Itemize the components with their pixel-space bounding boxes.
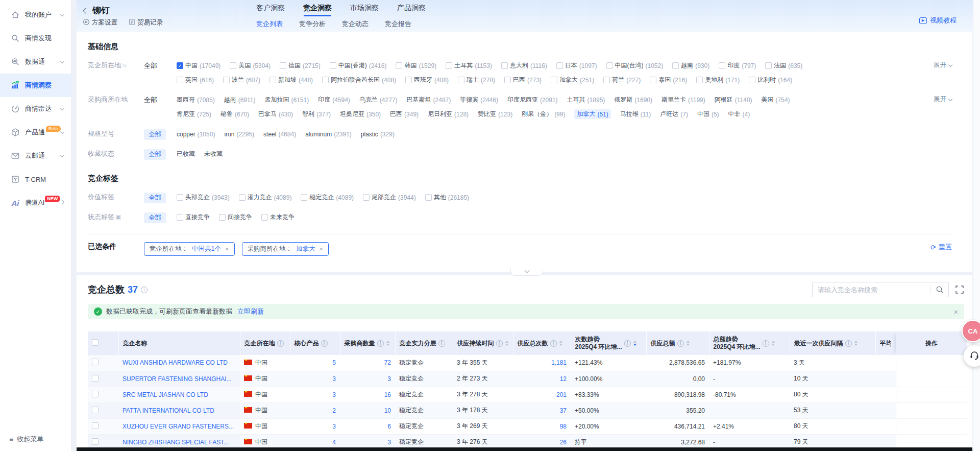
sort-control[interactable] bbox=[633, 341, 636, 346]
toolbar-scheme-button[interactable]: 方案设置 bbox=[83, 18, 117, 27]
filter-option[interactable]: 孟加拉国(6151) bbox=[264, 96, 309, 104]
toolbar-doc-button[interactable]: 贸易记录 bbox=[129, 18, 163, 27]
checkbox-unchecked[interactable] bbox=[239, 194, 246, 201]
filter-option[interactable]: 菲律宾(2446) bbox=[460, 96, 498, 104]
checkbox-unchecked[interactable] bbox=[223, 77, 230, 83]
supply-times-cell[interactable]: 12 bbox=[513, 371, 571, 387]
info-icon[interactable]: i bbox=[377, 340, 384, 347]
filter-option[interactable]: 未来竞争 bbox=[261, 213, 295, 222]
checkbox-unchecked[interactable] bbox=[696, 77, 703, 83]
subtab-竞争分析[interactable]: 竞争分析 bbox=[299, 19, 326, 29]
filter-option[interactable]: 荷兰(227) bbox=[603, 76, 641, 84]
filter-option[interactable]: 印度(4594) bbox=[318, 96, 350, 104]
filter-option[interactable]: plastic(329) bbox=[361, 131, 395, 138]
supply-times-cell[interactable]: 1,181 bbox=[513, 355, 571, 371]
filter-option[interactable]: 比利时(164) bbox=[749, 76, 792, 84]
filter-option[interactable]: 新加坡(448) bbox=[270, 76, 313, 84]
filter-option[interactable]: 马拉维(11) bbox=[620, 110, 651, 118]
row-checkbox[interactable] bbox=[92, 391, 99, 397]
company-link[interactable]: WUXI ANSHIDA HARDWARE CO LTD bbox=[122, 359, 228, 366]
expand-button[interactable]: 展开 bbox=[934, 95, 952, 104]
checkbox-unchecked[interactable] bbox=[405, 77, 412, 83]
horizontal-scrollbar[interactable] bbox=[77, 447, 972, 451]
core-products-cell[interactable]: 3 bbox=[290, 371, 340, 387]
sidebar-item-data[interactable]: 数据通 bbox=[0, 50, 71, 74]
search-input[interactable] bbox=[813, 282, 925, 297]
filter-option[interactable]: 印度尼西亚(2091) bbox=[507, 96, 558, 104]
sidebar-item-search[interactable]: 商情发现 bbox=[0, 27, 71, 50]
sidebar-item-chart[interactable]: 商情洞察 bbox=[0, 74, 71, 97]
filter-option[interactable]: 其他(26185) bbox=[425, 193, 469, 202]
filter-option[interactable]: 赞比亚(123) bbox=[478, 110, 512, 118]
filter-option[interactable]: 坦桑尼亚(350) bbox=[340, 110, 381, 118]
sidebar-item-box[interactable]: 产品通Beta bbox=[0, 121, 71, 144]
checkbox-unchecked[interactable] bbox=[330, 62, 336, 69]
expand-button[interactable]: 展开 bbox=[934, 61, 952, 69]
reset-button[interactable]: ⟳ 重置 bbox=[930, 243, 952, 252]
checkbox-unchecked[interactable] bbox=[603, 77, 610, 83]
info-icon[interactable]: i bbox=[763, 340, 769, 347]
filter-option[interactable]: 巴西(273) bbox=[504, 76, 542, 84]
checkbox-unchecked[interactable] bbox=[230, 62, 236, 69]
filter-option[interactable]: 未收藏 bbox=[204, 150, 223, 158]
filter-option[interactable]: 阿拉伯联合酋长国(408) bbox=[322, 76, 396, 84]
checkbox-unchecked[interactable] bbox=[672, 62, 679, 69]
notice-close-icon[interactable]: × bbox=[953, 308, 958, 316]
checkbox-unchecked[interactable] bbox=[765, 62, 772, 69]
info-icon[interactable]: i bbox=[438, 340, 445, 347]
subtab-竞企动态[interactable]: 竞企动态 bbox=[342, 19, 369, 29]
filter-option[interactable]: 土耳其(1153) bbox=[446, 61, 492, 70]
sort-control[interactable] bbox=[687, 341, 690, 346]
buyer-count-cell[interactable]: 16 bbox=[340, 387, 395, 402]
filter-option[interactable]: 越南(930) bbox=[672, 61, 709, 70]
sidebar-item-home[interactable]: 我的账户 bbox=[0, 3, 71, 27]
expand-view-icon[interactable] bbox=[955, 285, 964, 294]
checkbox-unchecked[interactable] bbox=[363, 194, 370, 201]
checkbox-unchecked[interactable] bbox=[749, 77, 755, 83]
checkbox-unchecked[interactable] bbox=[606, 62, 613, 69]
sidebar-item-ai[interactable]: Ai腾道AINEW bbox=[0, 191, 71, 215]
filter-option[interactable]: 斯里兰卡(1199) bbox=[662, 96, 705, 104]
filter-option[interactable]: 巴基斯坦(2487) bbox=[407, 96, 451, 104]
sidebar-item-mail[interactable]: 云邮通 bbox=[0, 144, 71, 168]
filter-option[interactable]: 土耳其(1895) bbox=[567, 96, 605, 104]
filter-option[interactable]: 潜力竞企(4089) bbox=[239, 193, 292, 202]
filter-option[interactable]: 泰国(216) bbox=[650, 76, 687, 84]
row-checkbox[interactable] bbox=[92, 438, 99, 445]
checkbox-unchecked[interactable] bbox=[301, 194, 307, 201]
filter-option[interactable]: 日本(1097) bbox=[556, 61, 597, 70]
filter-option[interactable]: 意大利(1116) bbox=[501, 61, 547, 70]
info-icon[interactable]: i bbox=[677, 340, 684, 347]
info-icon[interactable]: i bbox=[845, 340, 852, 347]
checkbox-unchecked[interactable] bbox=[458, 77, 464, 83]
filter-option[interactable]: 巴西(349) bbox=[390, 110, 419, 118]
checkbox-unchecked[interactable] bbox=[270, 77, 276, 83]
checkbox-unchecked[interactable] bbox=[425, 194, 432, 201]
search-icon[interactable] bbox=[936, 286, 944, 296]
row-checkbox[interactable] bbox=[92, 375, 99, 382]
company-link[interactable]: SUPERTOR FASTENING SHANGHAI... bbox=[122, 375, 232, 383]
selected-condition-chip[interactable]: 竞企所在地：中国共1个× bbox=[144, 242, 235, 256]
checkbox-unchecked[interactable] bbox=[446, 62, 452, 69]
filter-option[interactable]: ✓中国(17049) bbox=[177, 61, 220, 70]
filter-option[interactable]: 刚果（金）(99) bbox=[522, 110, 565, 118]
info-icon[interactable]: i bbox=[277, 340, 284, 347]
filter-option[interactable]: 英国(616) bbox=[177, 76, 214, 84]
filter-option[interactable]: 西班牙(408) bbox=[405, 76, 449, 84]
filter-option[interactable]: 中国(5) bbox=[697, 110, 719, 118]
filter-option[interactable]: 尾部竞企(3944) bbox=[363, 193, 416, 202]
info-icon[interactable]: i bbox=[321, 340, 328, 347]
filter-option[interactable]: 印度(797) bbox=[719, 61, 756, 70]
checkbox-unchecked[interactable] bbox=[719, 62, 725, 69]
checkbox-unchecked[interactable] bbox=[177, 77, 183, 83]
info-icon[interactable]: i bbox=[496, 340, 503, 347]
collapse-menu-button[interactable]: ≡ 收起菜单 bbox=[9, 435, 43, 444]
filter-all-option[interactable]: 全部 bbox=[144, 212, 166, 223]
filter-option[interactable]: 秘鲁(670) bbox=[220, 110, 249, 118]
core-products-cell[interactable]: 2 bbox=[290, 402, 340, 418]
filter-option[interactable]: 阿根廷(1140) bbox=[715, 96, 752, 104]
buyer-count-cell[interactable]: 72 bbox=[340, 355, 395, 371]
select-all-checkbox[interactable] bbox=[92, 339, 99, 346]
filter-option[interactable]: 中国(台湾)(1052) bbox=[606, 61, 664, 70]
chip-close-icon[interactable]: × bbox=[320, 246, 324, 252]
